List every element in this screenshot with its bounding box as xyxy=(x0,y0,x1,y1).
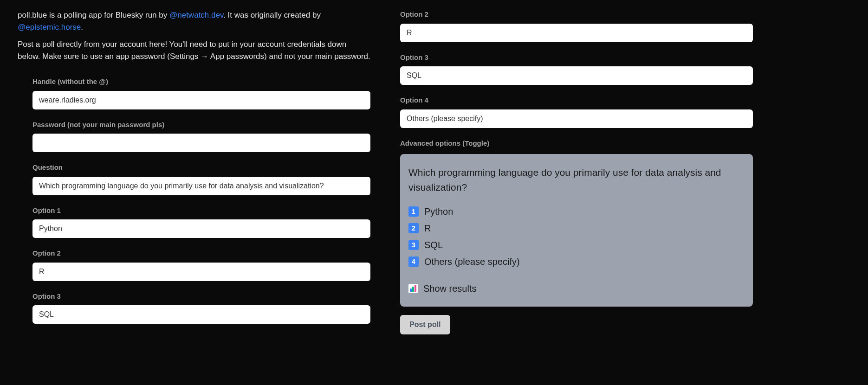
num-badge-4-icon: 4 xyxy=(408,257,419,267)
intro-text: poll.blue is a polling app for Bluesky r… xyxy=(18,9,370,63)
num-badge-1-icon: 1 xyxy=(408,206,419,217)
question-input[interactable] xyxy=(32,177,370,195)
intro-text-2: . It was originally created by xyxy=(223,11,321,19)
preview-option-3-text: SQL xyxy=(424,238,443,252)
preview-option-1: 1 Python xyxy=(408,205,745,218)
link-netwatch[interactable]: @netwatch.dev xyxy=(169,11,223,19)
bar-chart-icon xyxy=(408,284,418,293)
preview-option-4-text: Others (please specify) xyxy=(424,255,520,269)
option2-input-right[interactable] xyxy=(400,24,753,42)
preview-option-4: 4 Others (please specify) xyxy=(408,255,745,269)
num-badge-3-icon: 3 xyxy=(408,240,419,250)
option4-input-right[interactable] xyxy=(400,109,753,128)
intro-text-3: . xyxy=(81,23,83,32)
advanced-options-toggle[interactable]: Advanced options (Toggle) xyxy=(400,138,753,149)
question-label: Question xyxy=(32,162,370,173)
preview-question: Which programming language do you primar… xyxy=(408,165,745,194)
preview-option-2: 2 R xyxy=(408,221,745,235)
password-input[interactable] xyxy=(32,134,370,152)
option2-label: Option 2 xyxy=(32,248,370,259)
preview-option-3: 3 SQL xyxy=(408,238,745,252)
svg-rect-3 xyxy=(415,285,416,292)
option3-label-right: Option 3 xyxy=(400,52,753,63)
intro-paragraph-2: Post a poll directly from your account h… xyxy=(18,38,370,63)
svg-rect-1 xyxy=(410,289,412,292)
num-badge-2-icon: 2 xyxy=(408,223,419,233)
option4-label-right: Option 4 xyxy=(400,95,753,106)
svg-rect-2 xyxy=(412,287,414,292)
show-results-text: Show results xyxy=(423,282,477,295)
option1-label: Option 1 xyxy=(32,205,370,216)
intro-text-1: poll.blue is a polling app for Bluesky r… xyxy=(18,11,169,19)
poll-preview: Which programming language do you primar… xyxy=(400,154,753,307)
option3-input[interactable] xyxy=(32,305,370,324)
handle-input[interactable] xyxy=(32,91,370,109)
option2-input[interactable] xyxy=(32,263,370,281)
option3-label: Option 3 xyxy=(32,291,370,302)
preview-option-2-text: R xyxy=(424,221,431,235)
handle-label: Handle (without the @) xyxy=(32,77,370,87)
show-results-row: Show results xyxy=(408,282,745,295)
password-label: Password (not your main password pls) xyxy=(32,120,370,130)
preview-option-1-text: Python xyxy=(424,205,453,218)
option1-input[interactable] xyxy=(32,219,370,238)
link-epistemic[interactable]: @epistemic.horse xyxy=(18,23,81,32)
option2-label-right: Option 2 xyxy=(400,9,753,20)
option3-input-right[interactable] xyxy=(400,66,753,85)
post-poll-button[interactable]: Post poll xyxy=(400,315,450,334)
